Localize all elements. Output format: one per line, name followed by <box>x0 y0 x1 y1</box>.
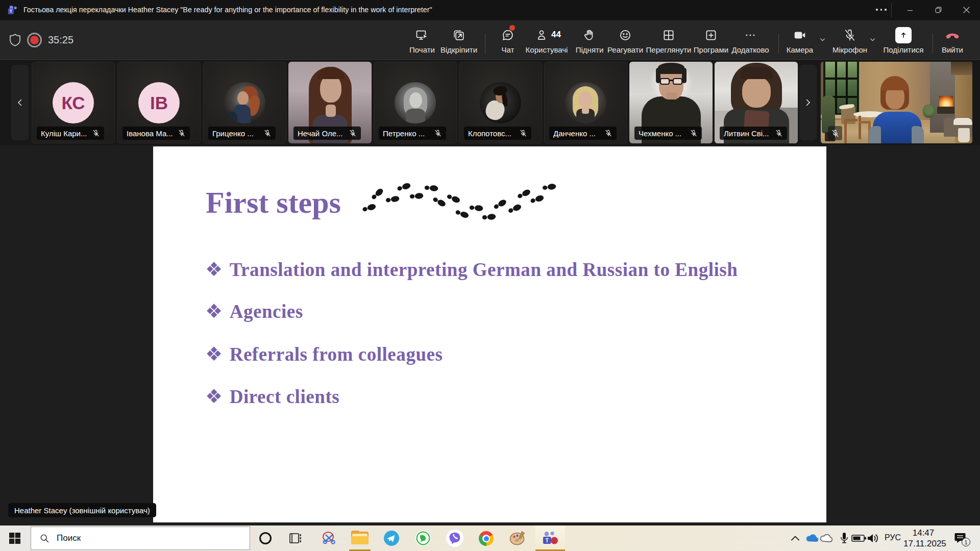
svg-text:T: T <box>545 537 549 543</box>
svg-text:T: T <box>10 9 12 14</box>
